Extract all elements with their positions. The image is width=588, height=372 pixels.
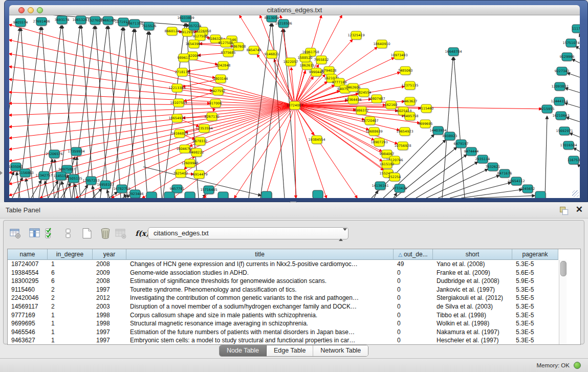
svg-text:18107554: 18107554 (170, 101, 187, 105)
memory-status: Memory: OK (536, 362, 570, 368)
svg-text:8375685: 8375685 (221, 51, 236, 55)
node[interactable] (164, 192, 175, 198)
column-header-name[interactable]: name (8, 249, 48, 260)
svg-text:3824554: 3824554 (357, 91, 372, 95)
svg-text:19166829: 19166829 (171, 132, 188, 136)
table-cell: Estimation of significance thresholds fo… (126, 277, 394, 286)
svg-text:15716485: 15716485 (200, 188, 217, 192)
table-cell: Investigating the contribution of common… (126, 294, 394, 302)
svg-text:1588520: 1588520 (298, 56, 313, 60)
svg-text:19384554: 19384554 (308, 138, 325, 142)
column-header-pagerank[interactable]: pagerank (512, 249, 558, 260)
table-cell: 0 (394, 336, 433, 345)
tab-edge-table[interactable]: Edge Table (267, 345, 313, 356)
delete-table-disabled-icon[interactable] (114, 227, 127, 240)
citation-network-graph[interactable]: 1872400712325419186409101696175879558121… (9, 15, 580, 198)
table-panel: f(x) citations_edges.txt namein_degreeye… (3, 220, 584, 344)
svg-text:14136141: 14136141 (372, 184, 388, 188)
svg-text:12213383: 12213383 (168, 86, 185, 90)
column-header-out_de[interactable]: △out_de... (394, 249, 433, 260)
svg-text:20364436: 20364436 (344, 98, 361, 102)
select-all-icon[interactable] (43, 227, 57, 240)
svg-text:1435061: 1435061 (9, 165, 23, 169)
show-columns-icon[interactable] (28, 227, 41, 240)
resize-grip[interactable] (572, 190, 579, 197)
table-selector-value: citations_edges.txt (154, 229, 209, 237)
svg-text:16543962: 16543962 (185, 42, 202, 46)
node[interactable] (146, 192, 157, 198)
new-file-icon[interactable] (80, 227, 94, 240)
table-settings-icon[interactable] (9, 227, 22, 240)
network-window-title: citations_edges.txt (9, 6, 580, 14)
svg-text:8471676: 8471676 (497, 171, 512, 176)
delete-icon[interactable] (99, 227, 112, 240)
network-window-titlebar[interactable]: citations_edges.txt (9, 5, 580, 15)
table-row[interactable]: 2242004622012Investigating the contribut… (8, 294, 580, 302)
svg-text:10688639: 10688639 (365, 129, 382, 134)
table-row[interactable]: 1456911722003Disruption of a novel membe… (8, 302, 580, 311)
table-row[interactable]: 1872400712008Changes of HCN gene express… (8, 260, 580, 269)
table-cell: Genome-wide association studies in ADHD. (126, 269, 394, 277)
table-cell: 0 (394, 311, 433, 320)
table-cell: 6 (48, 269, 93, 277)
table-selector-dropdown[interactable]: citations_edges.txt (148, 227, 349, 239)
fx-label: f(x) (135, 229, 149, 237)
function-builder-icon[interactable]: f(x) (136, 227, 149, 240)
table-cell: 0 (394, 277, 433, 286)
column-header-short[interactable]: short (433, 249, 512, 260)
column-header-title[interactable]: title (126, 249, 394, 260)
table-row[interactable]: 946362711997Embryonic stem cells: a mode… (8, 336, 580, 345)
table-row[interactable]: 946554611997Estimation of the future num… (8, 328, 580, 337)
svg-text:11156863: 11156863 (16, 171, 33, 175)
table-row[interactable]: 911546021997Tourette syndrome. Phenomeno… (8, 286, 580, 294)
svg-text:10654112: 10654112 (508, 179, 525, 183)
svg-text:2718176: 2718176 (175, 70, 190, 74)
svg-text:16958107: 16958107 (97, 183, 114, 187)
table-cell: 1998 (93, 311, 126, 320)
svg-text:1862615: 1862615 (300, 63, 315, 68)
svg-text:16033809: 16033809 (177, 16, 194, 20)
svg-text:18724007: 18724007 (286, 103, 303, 107)
table-row[interactable]: 1830029562008Estimation of significance … (8, 277, 580, 286)
svg-text:9242848: 9242848 (216, 63, 231, 68)
table-cell: 5.5E-5 (512, 294, 558, 302)
table-row[interactable]: 969969511998Structural magnetic resonanc… (8, 319, 580, 328)
svg-text:6479197: 6479197 (454, 142, 469, 146)
table-cell: 18724007 (8, 260, 48, 269)
tab-node-table[interactable]: Node Table (220, 345, 267, 356)
close-panel-icon[interactable]: ✕ (576, 205, 583, 215)
table-cell: 5.3E-5 (512, 328, 558, 337)
node[interactable] (535, 191, 546, 198)
table-cell: Hescheler et al. (1997) (433, 336, 512, 345)
network-canvas[interactable]: 1872400712325419186409101696175879558121… (9, 15, 580, 198)
float-panel-icon[interactable] (559, 206, 568, 214)
scrollbar-thumb[interactable] (560, 261, 567, 276)
table-row[interactable]: 1938455462009Genome-wide association stu… (8, 269, 580, 277)
table-cell: 9465546 (8, 328, 48, 337)
node[interactable] (313, 190, 323, 198)
tab-network-table[interactable]: Network Table (313, 345, 368, 356)
panel-collapse-arrow-icon[interactable] (0, 171, 3, 175)
svg-text:7462606: 7462606 (346, 85, 361, 90)
svg-text:16671358: 16671358 (126, 21, 143, 26)
table-cell: 5.3E-5 (512, 302, 558, 311)
node[interactable] (218, 192, 228, 198)
node[interactable] (262, 191, 272, 198)
svg-text:12093832: 12093832 (551, 84, 568, 89)
table-row[interactable]: 977716911998Corpus callosum shape and si… (8, 311, 580, 320)
network-window[interactable]: citations_edges.txt 18724007123254191864… (4, 0, 588, 202)
column-header-in_degree[interactable]: in_degree (48, 249, 93, 260)
svg-text:10973493: 10973493 (390, 53, 407, 57)
svg-text:19654923: 19654923 (396, 129, 413, 134)
column-header-year[interactable]: year (93, 249, 126, 260)
svg-text:16648784: 16648784 (445, 50, 462, 54)
svg-text:7485063: 7485063 (398, 69, 413, 73)
deselect-all-icon[interactable] (62, 227, 75, 240)
svg-text:9227343: 9227343 (555, 69, 570, 73)
svg-text:2803144: 2803144 (213, 77, 228, 81)
node[interactable] (185, 192, 195, 198)
table-vertical-scrollbar[interactable] (559, 260, 567, 344)
svg-text:7632621: 7632621 (486, 165, 500, 169)
svg-text:8267130: 8267130 (205, 115, 220, 119)
svg-text:252254: 252254 (388, 175, 401, 179)
